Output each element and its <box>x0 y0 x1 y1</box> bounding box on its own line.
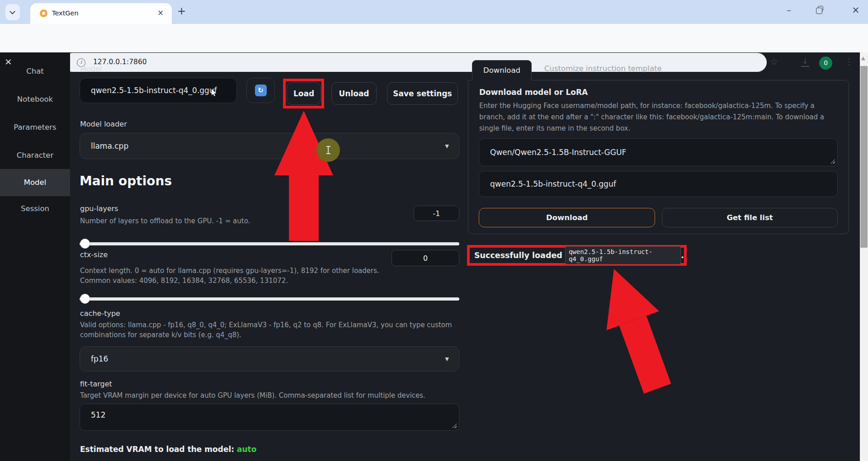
browser-tab-strip: TextGen × + – × <box>0 0 868 24</box>
click-highlight-circle <box>316 138 340 162</box>
sidebar-item-chat[interactable]: Chat <box>0 62 70 80</box>
ctx-size-label: ctx-size <box>80 250 108 259</box>
gpu-layers-desc: Number of layers to offload to the GPU. … <box>80 216 250 226</box>
model-loader-dropdown[interactable]: llama.cpp ▼ <box>80 133 459 159</box>
window-minimize-button[interactable]: – <box>787 5 791 15</box>
fit-target-value: 512 <box>91 410 105 419</box>
unload-button[interactable]: Unload <box>331 82 377 105</box>
annotation-arrow-up-icon <box>274 111 333 241</box>
download-desc-line3: single file, enter its name in the secon… <box>479 123 630 133</box>
status-message: Successfully loaded qwen2.5-1.5b-instruc… <box>467 245 687 266</box>
sidebar: × Chat Notebook Parameters Character Mod… <box>0 52 70 461</box>
browser-toolbar: ← → ↻ i 127.0.0.1:7860 ☆ ↓ 0 ⋮ <box>0 24 868 52</box>
load-highlight-box <box>283 79 324 108</box>
tab-close-icon[interactable]: × <box>157 8 164 17</box>
vram-estimate-line: Estimated VRAM to load the model: auto <box>80 445 256 454</box>
favicon-center <box>42 12 45 15</box>
vram-estimate-value: auto <box>237 445 256 454</box>
sidebar-item-parameters[interactable]: Parameters <box>0 118 70 136</box>
arrow-head <box>588 259 659 330</box>
sidebar-item-character[interactable]: Character <box>0 146 70 165</box>
refresh-icon: ↻ <box>255 85 267 96</box>
cache-type-value: fp16 <box>91 354 108 363</box>
get-file-list-button[interactable]: Get file list <box>662 208 838 227</box>
menu-kebab-icon[interactable]: ⋮ <box>845 56 854 66</box>
model-label: Model <box>80 65 102 73</box>
chevron-down-icon: ▼ <box>445 143 449 149</box>
sidebar-item-model[interactable]: Model <box>0 169 70 196</box>
tab-download[interactable]: Download <box>472 60 532 80</box>
repo-path-input[interactable]: Qwen/Qwen2.5-1.5B-Instruct-GGUF <box>479 138 838 166</box>
model-value: qwen2.5-1.5b-instruct-q4_0.gguf <box>91 86 217 95</box>
arrow-shaft <box>289 175 319 241</box>
download-desc-line1: Enter the Hugging Face username/model pa… <box>479 101 815 111</box>
tab-title: TextGen <box>52 9 79 17</box>
ctx-size-desc-line1: Context length. 0 = auto for llama.cpp (… <box>80 266 379 276</box>
download-button[interactable]: Download <box>479 208 655 227</box>
annotation-arrow-tilted-icon <box>588 259 684 398</box>
status-suffix: . <box>681 251 684 260</box>
download-heading: Download model or LoRA <box>479 88 588 97</box>
ctx-size-value-input[interactable]: 0 <box>392 250 459 266</box>
arrow-shaft <box>619 316 671 394</box>
resize-handle-icon[interactable] <box>830 159 835 164</box>
status-prefix: Successfully loaded <box>474 251 565 260</box>
file-name-value: qwen2.5-1.5b-instruct-q4_0.gguf <box>490 179 616 188</box>
sidebar-item-notebook[interactable]: Notebook <box>0 90 70 108</box>
textgen-favicon-icon <box>40 9 47 17</box>
model-dropdown[interactable]: qwen2.5-1.5b-instruct-q4_0.gguf <box>80 78 237 103</box>
resize-handle-icon[interactable] <box>452 423 457 428</box>
sidebar-item-session[interactable]: Session <box>0 200 70 218</box>
ctx-size-slider-handle[interactable] <box>80 294 90 304</box>
cache-type-dropdown[interactable]: fp16 ▼ <box>80 346 459 372</box>
chevron-down-icon: ▼ <box>445 356 449 362</box>
gpu-layers-value-input[interactable]: -1 <box>414 206 459 221</box>
scrollbar-thumb[interactable] <box>860 66 868 248</box>
scrollbar-up-icon[interactable]: ▲ <box>861 55 865 61</box>
repo-path-value: Qwen/Qwen2.5-1.5B-Instruct-GGUF <box>490 148 626 157</box>
refresh-model-button[interactable]: ↻ <box>246 78 275 103</box>
profile-avatar[interactable]: 0 <box>819 56 832 70</box>
bookmark-star-icon[interactable]: ☆ <box>770 56 778 67</box>
gpu-layers-slider-track[interactable] <box>80 242 459 245</box>
ctx-size-slider-track[interactable] <box>80 297 459 301</box>
file-name-input[interactable]: qwen2.5-1.5b-instruct-q4_0.gguf <box>479 171 838 197</box>
vram-estimate-prefix: Estimated VRAM to load the model: <box>80 445 237 454</box>
text-cursor-icon <box>326 146 330 154</box>
cache-type-desc-line1: Valid options: llama.cpp - fp16, q8_0, q… <box>80 320 452 330</box>
window-restore-button[interactable] <box>816 8 822 14</box>
status-model-code: qwen2.5-1.5b-instruct-q4_0.gguf <box>565 246 681 264</box>
download-desc-line2: branch, add it at the end after a ":" ch… <box>479 112 824 122</box>
downloads-icon[interactable]: ↓ <box>801 57 809 67</box>
new-tab-button[interactable]: + <box>177 5 186 17</box>
fit-target-label: fit-target <box>80 380 112 388</box>
gpu-layers-slider-handle[interactable] <box>80 239 90 249</box>
gpu-layers-label: gpu-layers <box>80 204 118 213</box>
save-settings-button[interactable]: Save settings <box>387 82 458 105</box>
model-loader-value: llama.cpp <box>91 141 128 151</box>
fit-target-textarea[interactable]: 512 <box>80 404 459 431</box>
model-loader-label: Model loader <box>80 120 127 128</box>
browser-tab[interactable]: TextGen × <box>30 3 172 24</box>
main-options-title: Main options <box>80 174 172 188</box>
cache-type-label: cache-type <box>80 309 120 318</box>
fit-target-desc: Target VRAM margin per device for auto G… <box>80 390 425 400</box>
ctx-size-desc-line2: Common values: 4096, 8192, 16384, 32768,… <box>80 276 288 286</box>
window-close-button[interactable]: × <box>852 5 860 15</box>
download-arrow-glyph: ↓ <box>802 57 808 66</box>
chevron-down-icon <box>9 9 15 14</box>
tab-search-button[interactable] <box>5 4 20 20</box>
app-window: TextGen × + – × ← → ↻ i 127.0.0.1:7860 ☆… <box>0 0 868 461</box>
cache-type-desc-line2: combinations for separate k/v bits (e.g.… <box>80 330 241 340</box>
tab-customize-instruction-template[interactable]: Customize instruction template <box>544 64 662 73</box>
